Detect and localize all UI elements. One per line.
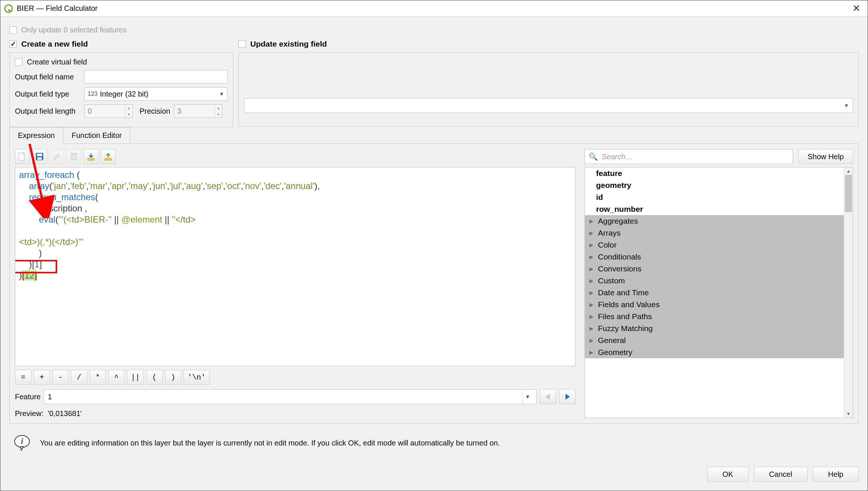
tree-row-number[interactable]: row_number xyxy=(585,203,853,215)
update-field-combo[interactable]: ▼ xyxy=(244,98,853,113)
spinner-buttons[interactable]: ▲▼ xyxy=(214,105,222,117)
tree-cat-date-and-time[interactable]: ▶Date and Time xyxy=(585,287,853,299)
triangle-right-icon: ▶ xyxy=(589,314,593,320)
tree-scrollbar[interactable]: ▲ ▼ xyxy=(844,167,853,418)
tree-cat-custom[interactable]: ▶Custom xyxy=(585,275,853,287)
function-search-input[interactable]: 🔍 Search… xyxy=(585,149,793,164)
chevron-down-icon: ▼ xyxy=(844,103,849,108)
tree-geometry[interactable]: geometry xyxy=(585,179,853,191)
search-row: 🔍 Search… Show Help xyxy=(585,149,853,164)
op-plus-button[interactable]: + xyxy=(34,370,50,385)
scroll-thumb[interactable] xyxy=(845,175,852,212)
feature-value: 1 xyxy=(48,393,52,401)
help-button[interactable]: Help xyxy=(813,467,859,482)
tree-cat-aggregates[interactable]: ▶Aggregates xyxy=(585,215,853,227)
trash-icon xyxy=(70,153,77,160)
op-newline-button[interactable]: '\n' xyxy=(184,370,210,385)
save-expression-button[interactable] xyxy=(32,149,47,164)
import-expression-button[interactable] xyxy=(84,149,98,164)
export-expression-button[interactable] xyxy=(101,149,116,164)
op-minus-button[interactable]: - xyxy=(52,370,69,385)
titlebar: BIER — Field Calculator ✕ xyxy=(0,0,868,17)
window-title: BIER — Field Calculator xyxy=(17,4,98,13)
preview-value: '0,013681' xyxy=(48,409,82,418)
update-field-heading: Update existing field xyxy=(250,40,327,48)
virtual-field-checkbox[interactable] xyxy=(15,59,22,66)
search-placeholder: Search… xyxy=(602,152,633,161)
op-divide-button[interactable]: / xyxy=(71,370,87,385)
output-name-input[interactable] xyxy=(84,70,228,84)
tree-cat-arrays[interactable]: ▶Arrays xyxy=(585,227,853,239)
svg-rect-5 xyxy=(37,157,42,160)
chevron-down-icon: ▼ xyxy=(219,91,224,97)
close-button[interactable]: ✕ xyxy=(849,3,864,14)
triangle-right-icon: ▶ xyxy=(589,242,593,248)
output-length-spinner[interactable]: 0 ▲▼ xyxy=(84,104,133,118)
spinner-buttons[interactable]: ▲▼ xyxy=(125,105,132,117)
file-blank-icon xyxy=(19,152,26,161)
tree-cat-conversions[interactable]: ▶Conversions xyxy=(585,263,853,275)
ok-button[interactable]: OK xyxy=(707,467,749,482)
tree-cat-conditionals[interactable]: ▶Conditionals xyxy=(585,251,853,263)
feature-prev-button[interactable] xyxy=(540,389,556,404)
precision-label: Precision xyxy=(140,107,170,116)
op-lparen-button[interactable]: ( xyxy=(146,370,163,385)
operator-row: = + - / * ^ || ( ) '\n' xyxy=(15,370,576,385)
svg-marker-16 xyxy=(21,447,23,450)
delete-expression-button[interactable] xyxy=(66,149,81,164)
svg-marker-6 xyxy=(54,154,60,160)
triangle-right-icon: ▶ xyxy=(589,325,593,331)
tree-cat-color[interactable]: ▶Color xyxy=(585,239,853,251)
annotation-highlight-box xyxy=(15,260,57,273)
editor-panel: array_foreach ( array('jan','feb','mar',… xyxy=(9,144,859,424)
svg-rect-4 xyxy=(37,154,42,156)
tab-expression[interactable]: Expression xyxy=(9,127,63,144)
tree-cat-fields-and-values[interactable]: ▶Fields and Values xyxy=(585,299,853,311)
expression-code-editor[interactable]: array_foreach ( array('jan','feb','mar',… xyxy=(15,167,576,366)
update-field-column: Update existing field ▼ xyxy=(238,40,859,127)
tree-cat-fuzzy-matching[interactable]: ▶Fuzzy Matching xyxy=(585,322,853,334)
feature-next-button[interactable] xyxy=(559,389,576,404)
content-area: Only update 0 selected features Create a… xyxy=(0,17,868,491)
triangle-left-icon xyxy=(545,394,551,400)
create-field-checkbox[interactable] xyxy=(9,40,17,48)
triangle-right-icon: ▶ xyxy=(589,254,593,260)
triangle-right-icon: ▶ xyxy=(589,266,593,272)
new-expression-button[interactable] xyxy=(15,149,30,164)
output-type-combo[interactable]: 123 Integer (32 bit) ▼ xyxy=(84,87,228,101)
feature-row: Feature 1 ▼ xyxy=(15,389,576,404)
op-equals-button[interactable]: = xyxy=(15,370,31,385)
create-field-heading-row: Create a new field xyxy=(9,40,233,48)
op-rparen-button[interactable]: ) xyxy=(165,370,181,385)
create-field-column: Create a new field Create virtual field … xyxy=(9,40,233,127)
precision-spinner[interactable]: 3 ▲▼ xyxy=(174,104,222,118)
tree-cat-general[interactable]: ▶General xyxy=(585,334,853,346)
function-tree[interactable]: feature geometry id row_number ▶Aggregat… xyxy=(585,167,853,418)
triangle-right-icon: ▶ xyxy=(589,290,593,296)
virtual-field-row: Create virtual field xyxy=(15,58,228,66)
expression-left: array_foreach ( array('jan','feb','mar',… xyxy=(15,149,576,418)
cancel-button[interactable]: Cancel xyxy=(754,467,808,482)
feature-combo[interactable]: 1 ▼ xyxy=(44,389,537,404)
show-help-button[interactable]: Show Help xyxy=(798,149,853,164)
tree-id[interactable]: id xyxy=(585,191,853,203)
tree-feature[interactable]: feature xyxy=(585,167,853,179)
op-power-button[interactable]: ^ xyxy=(108,370,125,385)
output-length-value: 0 xyxy=(88,107,92,116)
op-concat-button[interactable]: || xyxy=(127,370,144,385)
expression-right: 🔍 Search… Show Help feature geometry id … xyxy=(585,149,853,418)
svg-text:i: i xyxy=(21,437,23,446)
op-multiply-button[interactable]: * xyxy=(90,370,106,385)
only-update-label: Only update 0 selected features xyxy=(21,26,126,34)
update-field-frame: ▼ xyxy=(238,52,859,127)
tree-cat-files-and-paths[interactable]: ▶Files and Paths xyxy=(585,311,853,322)
edit-expression-button[interactable] xyxy=(49,149,64,164)
function-tree-inner: feature geometry id row_number ▶Aggregat… xyxy=(585,167,853,358)
tree-cat-geometry[interactable]: ▶Geometry xyxy=(585,346,853,358)
scroll-down-arrow-icon[interactable]: ▼ xyxy=(844,410,853,418)
update-field-heading-row: Update existing field xyxy=(238,40,859,48)
preview-label: Preview: xyxy=(15,409,44,418)
tab-function-editor[interactable]: Function Editor xyxy=(63,127,131,144)
update-field-checkbox[interactable] xyxy=(238,40,246,48)
scroll-up-arrow-icon[interactable]: ▲ xyxy=(844,167,853,175)
